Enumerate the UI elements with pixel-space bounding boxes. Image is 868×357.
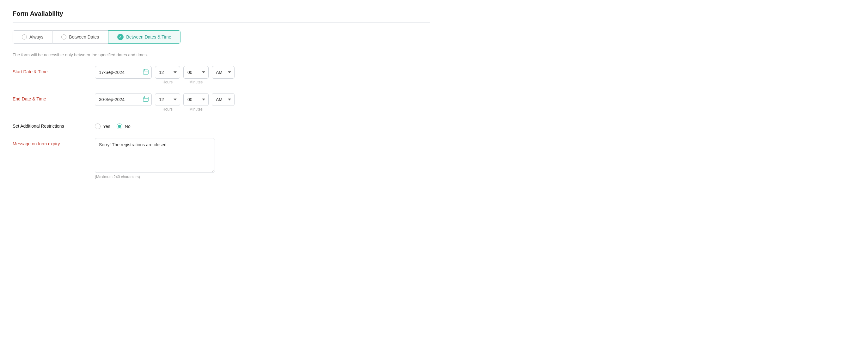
tab-between-dates-radio xyxy=(61,34,66,39)
expiry-message-label: Message on form expiry xyxy=(13,138,95,146)
svg-rect-4 xyxy=(143,97,148,101)
restrictions-no-radio xyxy=(117,124,122,129)
restrictions-no-option[interactable]: No xyxy=(117,124,130,129)
end-hours-wrapper: 12 01 02 03 04 05 06 07 08 09 10 11 Hour… xyxy=(155,93,180,111)
start-date-time-label: Start Date & Time xyxy=(13,66,95,74)
end-date-input-wrapper xyxy=(95,93,152,106)
tab-always-radio xyxy=(22,34,27,39)
tab-between-dates-time-check xyxy=(117,34,124,40)
start-ampm-wrapper: AM PM xyxy=(212,66,235,79)
availability-description: The form will be accessible only between… xyxy=(13,53,430,57)
end-hours-select[interactable]: 12 01 02 03 04 05 06 07 08 09 10 11 xyxy=(155,93,180,106)
end-calendar-icon[interactable] xyxy=(143,96,149,103)
start-ampm-select[interactable]: AM PM xyxy=(212,66,235,79)
end-minutes-wrapper: 00 05 10 15 20 25 30 35 40 45 50 55 Minu… xyxy=(183,93,209,111)
end-date-time-controls: 12 01 02 03 04 05 06 07 08 09 10 11 Hour… xyxy=(95,93,235,111)
expiry-message-textarea[interactable]: Sorry! The registrations are closed. xyxy=(95,138,215,173)
start-date-time-controls: 12 01 02 03 04 05 06 07 08 09 10 11 Hour… xyxy=(95,66,235,84)
page-title: Form Availability xyxy=(13,10,430,23)
end-hours-label: Hours xyxy=(155,107,180,111)
end-minutes-label: Minutes xyxy=(183,107,209,111)
svg-rect-0 xyxy=(143,70,148,74)
additional-restrictions-controls: Yes No xyxy=(95,120,130,129)
restrictions-yes-option[interactable]: Yes xyxy=(95,124,110,129)
start-hours-wrapper: 12 01 02 03 04 05 06 07 08 09 10 11 Hour… xyxy=(155,66,180,84)
restrictions-no-radio-inner xyxy=(118,125,121,128)
end-date-time-row: End Date & Time 12 01 02 xyxy=(13,93,430,111)
tab-always[interactable]: Always xyxy=(13,30,53,43)
start-minutes-label: Minutes xyxy=(183,80,209,84)
availability-tab-group: Always Between Dates Between Dates & Tim… xyxy=(13,30,430,43)
restrictions-yes-radio xyxy=(95,124,100,129)
tab-between-dates[interactable]: Between Dates xyxy=(53,30,108,43)
end-date-time-label: End Date & Time xyxy=(13,93,95,101)
tab-between-dates-time[interactable]: Between Dates & Time xyxy=(108,30,180,43)
additional-restrictions-label: Set Additional Restrictions xyxy=(13,120,95,129)
expiry-message-wrapper: Sorry! The registrations are closed. (Ma… xyxy=(95,138,215,179)
start-minutes-wrapper: 00 05 10 15 20 25 30 35 40 45 50 55 Minu… xyxy=(183,66,209,84)
end-ampm-select[interactable]: AM PM xyxy=(212,93,235,106)
char-limit-text: (Maximum 240 characters) xyxy=(95,175,215,179)
expiry-message-row: Message on form expiry Sorry! The regist… xyxy=(13,138,430,179)
tab-between-dates-time-label: Between Dates & Time xyxy=(126,34,171,39)
end-minutes-select[interactable]: 00 05 10 15 20 25 30 35 40 45 50 55 xyxy=(183,93,209,106)
tab-always-label: Always xyxy=(29,34,43,39)
additional-restrictions-row: Set Additional Restrictions Yes No xyxy=(13,120,430,129)
tab-between-dates-label: Between Dates xyxy=(69,34,99,39)
restrictions-yes-label: Yes xyxy=(103,124,110,129)
start-hours-select[interactable]: 12 01 02 03 04 05 06 07 08 09 10 11 xyxy=(155,66,180,79)
start-date-input-wrapper xyxy=(95,66,152,79)
start-hours-label: Hours xyxy=(155,80,180,84)
end-ampm-wrapper: AM PM xyxy=(212,93,235,106)
start-calendar-icon[interactable] xyxy=(143,69,149,76)
start-date-time-row: Start Date & Time 12 01 02 xyxy=(13,66,430,84)
restrictions-no-label: No xyxy=(125,124,130,129)
start-minutes-select[interactable]: 00 05 10 15 20 25 30 35 40 45 50 55 xyxy=(183,66,209,79)
